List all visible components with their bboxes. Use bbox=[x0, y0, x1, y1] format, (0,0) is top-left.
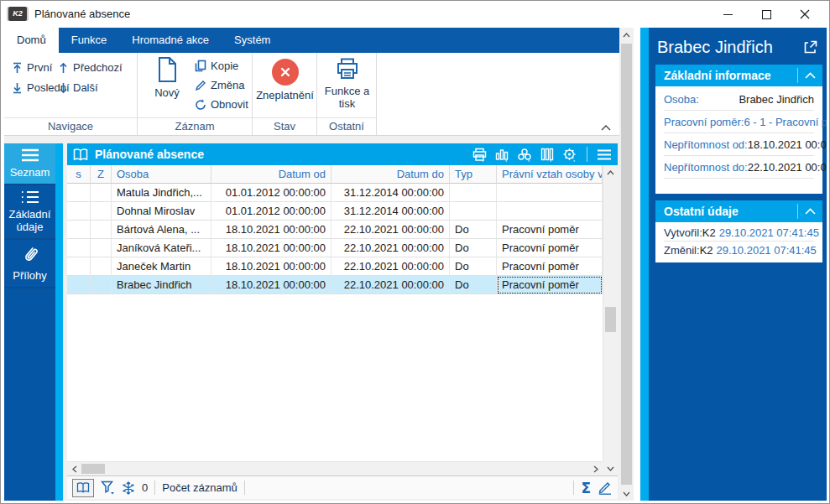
scroll-right-icon[interactable] bbox=[588, 462, 603, 475]
filter-icon[interactable] bbox=[101, 481, 115, 496]
workflow-menu-icon[interactable] bbox=[516, 147, 533, 162]
collapse-section-icon[interactable] bbox=[797, 204, 822, 219]
collapse-section-icon[interactable] bbox=[797, 68, 822, 83]
detail-title: Brabec Jindřich bbox=[657, 38, 803, 57]
table-row[interactable]: Bártová Alena, ... 18.10.2021 00:00:00 2… bbox=[67, 221, 603, 239]
edit-pencil-icon[interactable] bbox=[598, 481, 613, 495]
detail-accent-strip bbox=[640, 28, 649, 501]
column-header-datum-od[interactable]: Datum od bbox=[211, 165, 331, 184]
table-vertical-scrollbar[interactable] bbox=[603, 165, 618, 461]
tab-system[interactable]: Systém bbox=[222, 28, 283, 53]
invalidate-button[interactable]: Zneplatnění bbox=[253, 56, 317, 115]
chart-menu-icon[interactable] bbox=[493, 147, 510, 162]
table-row[interactable]: Janeček Martin 18.10.2021 00:00:00 22.10… bbox=[67, 257, 603, 276]
arrow-up-icon bbox=[58, 62, 69, 74]
arrow-down-icon bbox=[58, 82, 69, 94]
freeze-snowflake-icon[interactable] bbox=[122, 481, 135, 495]
section-zakladni-informace: Základní informace Osoba: Brabec Jindřic… bbox=[655, 65, 822, 194]
scrollbar-thumb[interactable] bbox=[605, 307, 616, 332]
tab-domu[interactable]: Domů bbox=[4, 28, 59, 53]
hamburger-menu-icon[interactable] bbox=[596, 147, 613, 162]
ribbon-group-ostatni: Funkce a tisk Ostatní bbox=[317, 53, 377, 135]
section-header[interactable]: Ostatní údaje bbox=[655, 200, 822, 222]
refresh-button[interactable]: Obnovit bbox=[195, 98, 248, 111]
detail-row: Vytvořil: K229.10.2021 07:41:45 bbox=[664, 224, 814, 242]
pracovni-pomer-link[interactable]: 6 - 1 - Pracovní po... bbox=[744, 116, 827, 128]
section-ostatni-udaje: Ostatní údaje Vytvořil: K229.10.2021 07:… bbox=[655, 200, 822, 262]
sidebar-accent-strip bbox=[55, 143, 63, 501]
arrow-down-to-bar-icon bbox=[12, 82, 23, 94]
column-header-osoba[interactable]: Osoba bbox=[112, 165, 211, 184]
column-header-z[interactable]: Z bbox=[91, 165, 112, 184]
tab-hromadne-akce[interactable]: Hromadné akce bbox=[119, 28, 222, 53]
pencil-icon bbox=[195, 80, 206, 91]
ribbon: První Poslední Předchozí Další Navigace … bbox=[4, 53, 619, 136]
status-separator bbox=[573, 481, 574, 495]
scroll-down-icon[interactable] bbox=[619, 486, 634, 501]
book-view-toggle[interactable] bbox=[72, 479, 94, 497]
detail-list-icon bbox=[21, 190, 39, 204]
collapse-ribbon-button[interactable] bbox=[601, 125, 611, 131]
sidebar-item-seznam[interactable]: Seznam bbox=[4, 143, 55, 185]
ribbon-group-zaznam: Nový Kopie Změna Obnovit Záznam bbox=[138, 53, 253, 135]
scroll-down-icon[interactable] bbox=[603, 461, 618, 475]
column-header-datum-do[interactable]: Datum do bbox=[331, 165, 450, 184]
filter-count: 0 bbox=[142, 481, 148, 494]
status-bar: 0 Počet záznamů Σ bbox=[67, 475, 618, 499]
minimize-button[interactable] bbox=[708, 1, 747, 28]
column-header-typ[interactable]: Typ bbox=[450, 165, 497, 184]
k2-logo-icon: K2 bbox=[8, 7, 27, 21]
content-area: Seznam Základní údaje Přílohy Plánované … bbox=[4, 136, 619, 501]
print-menu-icon[interactable] bbox=[471, 147, 488, 162]
scrollbar-thumb[interactable] bbox=[81, 464, 105, 474]
main-vertical-scrollbar[interactable] bbox=[619, 28, 634, 501]
section-header[interactable]: Základní informace bbox=[655, 65, 822, 86]
window-title: Plánované absence bbox=[34, 8, 130, 20]
detail-row: Nepřítomnost od: 18.10.2021 00:00:00 bbox=[664, 133, 814, 156]
table-row[interactable]: Matula Jindřich,... 01.01.2012 00:00:00 … bbox=[67, 184, 603, 202]
previous-button[interactable]: Předchozí bbox=[58, 61, 123, 74]
sum-sigma-icon[interactable]: Σ bbox=[581, 480, 591, 496]
scroll-up-icon[interactable] bbox=[619, 28, 634, 42]
scroll-left-icon[interactable] bbox=[67, 462, 81, 475]
detail-row: Nepřítomnost do: 22.10.2021 00:00:00 bbox=[664, 156, 814, 179]
copy-button[interactable]: Kopie bbox=[195, 60, 238, 72]
sidebar-item-prilohy[interactable]: Přílohy bbox=[4, 240, 55, 288]
record-count-label[interactable]: Počet záznamů bbox=[162, 481, 238, 494]
status-separator bbox=[154, 481, 155, 495]
new-button[interactable]: Nový bbox=[146, 56, 188, 115]
table-row[interactable]: Dohnal Miroslav 01.01.2012 00:00:00 31.1… bbox=[67, 202, 603, 221]
column-header-s[interactable]: s bbox=[67, 165, 91, 184]
settings-gear-menu-icon[interactable] bbox=[561, 147, 578, 162]
table-row-selected[interactable]: Brabec Jindřich 18.10.2021 00:00:00 22.1… bbox=[67, 276, 603, 294]
sidebar-item-zakladni-udaje[interactable]: Základní údaje bbox=[4, 185, 55, 240]
open-in-window-icon[interactable] bbox=[803, 39, 818, 55]
tab-funkce[interactable]: Funkce bbox=[59, 28, 120, 53]
first-button[interactable]: První bbox=[12, 61, 52, 74]
ribbon-group-label-zaznam: Záznam bbox=[138, 117, 252, 135]
edit-button[interactable]: Změna bbox=[195, 79, 244, 91]
title-bar: K2 Plánované absence bbox=[1, 1, 829, 28]
scrollbar-thumb[interactable] bbox=[621, 44, 632, 485]
grid-area: s Z Osoba Datum od Datum do Typ Právní v… bbox=[67, 165, 618, 475]
paperclip-icon bbox=[21, 245, 39, 265]
table-horizontal-scrollbar[interactable] bbox=[67, 461, 603, 475]
functions-print-button[interactable]: Funkce a tisk bbox=[321, 56, 373, 115]
ribbon-group-navigace: První Poslední Předchozí Další Navigace bbox=[4, 53, 138, 135]
column-header-pravni-vztah[interactable]: Právní vztah osoby v o bbox=[497, 165, 603, 184]
table-row[interactable]: Janíková Kateři... 18.10.2021 00:00:00 2… bbox=[67, 239, 603, 257]
table-panel: Plánované absence bbox=[67, 143, 618, 499]
next-button[interactable]: Další bbox=[58, 81, 98, 94]
view-sidebar: Seznam Základní údaje Přílohy bbox=[4, 143, 55, 501]
copy-icon bbox=[195, 60, 206, 72]
list-menu-icon bbox=[21, 148, 39, 162]
close-button[interactable] bbox=[786, 1, 824, 28]
columns-menu-icon[interactable] bbox=[539, 147, 556, 162]
detail-panel: Brabec Jindřich Základní informace Osoba… bbox=[635, 28, 827, 501]
created-by-user: K2 bbox=[702, 226, 716, 239]
invalidate-x-icon bbox=[272, 59, 299, 86]
scroll-up-icon[interactable] bbox=[603, 165, 618, 179]
status-separator bbox=[244, 481, 245, 495]
ribbon-group-label-ostatni: Ostatní bbox=[317, 117, 376, 135]
maximize-button[interactable] bbox=[747, 1, 786, 28]
